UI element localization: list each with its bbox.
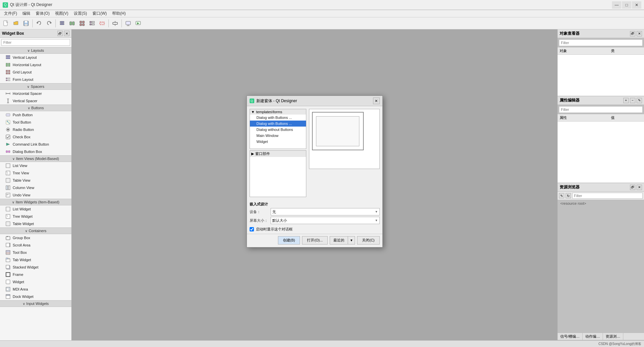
minimize-button[interactable]: — [612, 1, 621, 9]
dialog-tree-item-1[interactable]: Dialog with Buttons ... [250, 121, 306, 127]
widget-item-widget[interactable]: Widget [0, 278, 71, 286]
widget-item-mdi-area[interactable]: MDI Area [0, 286, 71, 293]
toolbar-save-btn[interactable] [21, 19, 31, 28]
toolbar-layout-grid-btn[interactable] [77, 19, 87, 28]
widget-item-list-view[interactable]: List View [0, 162, 71, 169]
widget-box-float-btn[interactable]: 🗗 [57, 31, 63, 36]
dialog-close-x-btn[interactable]: ✕ [373, 98, 380, 104]
property-editor-add-btn[interactable]: + [623, 98, 629, 103]
dialog-show-checkbox[interactable] [250, 227, 254, 231]
widget-item-push-button[interactable]: Push Button [0, 111, 71, 119]
toolbar-redo-btn[interactable] [44, 19, 54, 28]
resource-browser-refresh-btn[interactable]: ↻ [566, 193, 571, 198]
object-inspector-float-btn[interactable]: 🗗 [630, 31, 635, 36]
dialog-tree-item-2[interactable]: Dialog without Buttons [250, 127, 306, 133]
widget-item-horizontal-layout[interactable]: Horizontal Layout [0, 61, 71, 68]
menu-item[interactable]: 窗口(W) [90, 10, 109, 17]
resource-browser-close-btn[interactable]: ✕ [637, 185, 642, 190]
property-editor-filter[interactable] [559, 106, 643, 113]
widget-item-vertical-spacer[interactable]: Vertical Spacer [0, 97, 71, 105]
dialog-tree-category[interactable]: ▼ templates\forms [250, 109, 306, 115]
object-inspector-close-btn[interactable]: ✕ [637, 31, 642, 36]
category-buttons[interactable]: ∨ Buttons [0, 105, 71, 111]
toolbar-break-layout-btn[interactable] [97, 19, 107, 28]
widget-item-horizontal-spacer[interactable]: Horizontal Spacer [0, 90, 71, 97]
menu-item[interactable]: 帮助(H) [109, 10, 128, 17]
widget-item-form-layout[interactable]: Form Layout [0, 76, 71, 83]
widget-item-table-view[interactable]: Table View [0, 177, 71, 184]
category-spacers[interactable]: ∨ Spacers [0, 83, 71, 90]
svg-rect-11 [82, 24, 84, 26]
close-button[interactable]: ✕ [632, 1, 641, 9]
dialog-device-combo[interactable]: 无 ▼ [271, 208, 380, 215]
menu-item[interactable]: 视图(V) [52, 10, 71, 17]
toolbar-preview-btn[interactable] [123, 19, 133, 28]
toolbar-layout-v-btn[interactable] [57, 19, 67, 28]
property-editor-edit-btn[interactable]: ✎ [637, 98, 642, 103]
widget-item-radio-button[interactable]: Radio Button [0, 126, 71, 133]
dialog-sublist-category[interactable]: ▶ 窗口部件 [250, 151, 306, 157]
widget-item-tab-widget[interactable]: Tab Widget [0, 256, 71, 264]
widget-item-group-box[interactable]: ● Group Box [0, 234, 71, 241]
dialog-tree-item-0[interactable]: Dialog with Buttons ... [250, 115, 306, 121]
property-editor-remove-btn[interactable]: − [630, 98, 635, 103]
svg-rect-6 [70, 22, 72, 25]
menu-item[interactable]: 文件(F) [1, 10, 20, 17]
widget-item-frame[interactable]: Frame [0, 271, 71, 278]
toolbar-undo-btn[interactable] [34, 19, 44, 28]
category-item-widgets[interactable]: ∨ Item Widgets (Item-Based) [0, 199, 71, 205]
widget-item-tree-widget[interactable]: Tree Widget [0, 213, 71, 220]
resource-browser-filter[interactable] [572, 193, 643, 199]
toolbar-open-btn[interactable] [11, 19, 21, 28]
category-containers[interactable]: ∨ Containers [0, 227, 71, 234]
dialog-recent-btn[interactable]: 最近的 ▼ [330, 236, 355, 244]
menu-item[interactable]: 编辑 [20, 10, 33, 17]
widget-item-table-widget[interactable]: Table Widget [0, 220, 71, 227]
dialog-template-tree[interactable]: ▼ templates\forms Dialog with Buttons ..… [250, 109, 306, 149]
widget-item-tool-button[interactable]: 🔧 Tool Button [0, 119, 71, 126]
toolbar-new-btn[interactable] [1, 19, 11, 28]
dialog-tree-item-4[interactable]: Widget [250, 139, 306, 145]
widget-item-grid-layout[interactable]: Grid Layout [0, 68, 71, 76]
widget-item-vertical-layout[interactable]: Vertical Layout [0, 54, 71, 61]
dialog-tree-item-3[interactable]: Main Window [250, 133, 306, 139]
widget-item-tree-view[interactable]: Tree View [0, 169, 71, 177]
rb-tab-actions[interactable]: 动作编… [583, 333, 603, 340]
widget-item-list-widget[interactable]: List Widget [0, 205, 71, 213]
category-input-widgets[interactable]: ∨ Input Widgets [0, 300, 71, 307]
maximize-button[interactable]: □ [622, 1, 631, 9]
widget-item-dialog-button-box[interactable]: Dialog Button Box [0, 148, 71, 155]
toolbar-adjust-btn[interactable] [110, 19, 120, 28]
menu-item[interactable]: 窗体(O) [33, 10, 52, 17]
object-inspector-filter[interactable] [559, 39, 643, 46]
widget-item-scroll-area[interactable]: Scroll Area [0, 241, 71, 249]
dialog-close-btn[interactable]: 关闭(C) [357, 236, 379, 244]
rb-tab-resources[interactable]: 资源浏… [603, 333, 623, 340]
resource-browser-edit-btn[interactable]: ✎ [559, 193, 564, 198]
dialog-sublist[interactable]: ▶ 窗口部件 [250, 150, 306, 197]
toolbar-layout-h-btn[interactable] [67, 19, 77, 28]
canvas-area[interactable]: Q 新建窗体 - Qt Designer ✕ ▼ templates\forms [72, 29, 557, 340]
widget-item-stacked-widget[interactable]: Stacked Widget [0, 264, 71, 271]
toolbar-preview2-btn[interactable]: ▶ [133, 19, 143, 28]
widget-item-dock-widget[interactable]: Dock Widget [0, 293, 71, 300]
menu-item[interactable]: 设置(S) [71, 10, 90, 17]
widget-item-tool-box[interactable]: Tool Box [0, 249, 71, 256]
resource-browser-float-btn[interactable]: 🗗 [630, 185, 635, 190]
rb-tab-signals[interactable]: 信号/槽编… [558, 333, 583, 340]
widget-item-column-view[interactable]: Column View [0, 184, 71, 191]
toolbar-layout-form-btn[interactable] [87, 19, 97, 28]
widget-filter-input[interactable] [1, 39, 70, 46]
column-view-icon [5, 185, 11, 190]
group-box-icon: ● [5, 235, 11, 240]
category-layouts[interactable]: ∨ Layouts [0, 47, 71, 54]
dialog-open-btn[interactable]: 打开(O)... [302, 236, 328, 244]
dialog-screen-combo[interactable]: 默认大小 ▼ [271, 217, 380, 224]
widget-item-undo-view[interactable]: Undo View [0, 191, 71, 199]
category-item-views[interactable]: ∨ Item Views (Model-Based) [0, 155, 71, 162]
widget-item-check-box[interactable]: Check Box [0, 133, 71, 141]
svg-rect-50 [6, 135, 10, 139]
widget-box-close-btn[interactable]: ✕ [64, 31, 69, 36]
widget-item-command-link-button[interactable]: Command Link Button [0, 141, 71, 148]
dialog-create-btn[interactable]: 创建(B) [278, 236, 300, 244]
